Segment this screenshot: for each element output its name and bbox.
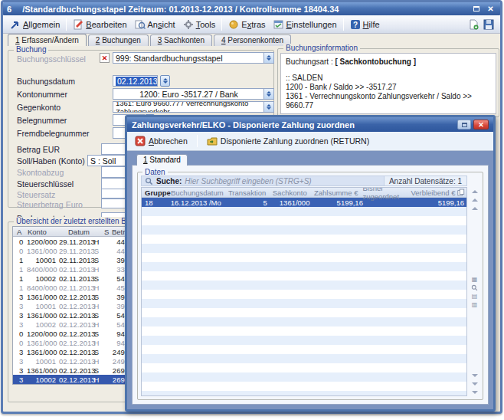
table-row[interactable]: 31000202.12.2013H2699 [13,375,129,384]
table-row[interactable]: 01361/00029.11.2013S446 [13,246,129,255]
columns-icon[interactable]: ▥ [469,300,480,309]
info-line [286,110,491,114]
table-row[interactable]: 31361/00002.12.2013S2499 [13,347,129,356]
save-icon[interactable] [483,19,494,30]
table-row-empty[interactable] [142,253,466,262]
table-row-empty[interactable] [142,225,466,235]
table-row[interactable]: 01361/00002.12.2013H944 [13,338,129,347]
tab-sachkonten[interactable]: 3 Sachkonten [150,34,212,46]
scroll-down-page-icon[interactable] [469,371,480,379]
table-row[interactable]: 11000202.11.2013S546 [13,274,129,283]
maximize-button[interactable] [470,5,482,14]
table-row-empty[interactable] [142,299,466,308]
table-row[interactable]: 31000202.12.2013H546 [13,320,129,329]
scroll-up-page-icon[interactable] [469,204,480,212]
dialog-tab-page: Daten Suche: Hier Suchbegriff eingeben (… [132,165,489,405]
table-row-empty[interactable] [142,308,466,317]
buchungsdatum-input[interactable]: 02.12.2013 [113,75,158,87]
menu-einstellungen[interactable]: Einstellungen [270,18,341,31]
new-document-icon[interactable] [468,19,479,30]
menu-ansicht[interactable]: Ansicht [131,18,179,31]
copy-icon[interactable] [457,189,465,196]
titlebar-text: /Standardbuchungsstapel Zeitraum: 01.201… [22,5,339,14]
table-row[interactable]: 31361/00002.12.2013S2699 [13,366,129,375]
table-row[interactable]: 31000102.12.2013H397 [13,301,129,310]
uebersicht-table-header[interactable]: A Konto Datum S Betrag € [13,227,129,237]
tab-erfassen-aendern[interactable]: 1 Erfassen/Ändern [8,34,87,46]
close-button[interactable]: ✕ [485,5,496,14]
table-row-empty[interactable] [142,326,466,336]
table-row-empty[interactable] [142,281,466,290]
kontonummer-combo[interactable]: 1200: Euro -3517.27 / Bank [113,88,274,100]
clear-button[interactable]: ✕ [100,53,110,63]
tab-buchungen[interactable]: 2 Buchungen [88,34,149,46]
dialog-restore-button[interactable] [457,120,471,130]
table-row-empty[interactable] [142,235,466,244]
buchungsschluessel-combo[interactable]: 999: Standardbuchungsstapel [113,52,274,64]
scroll-bottom-icon[interactable] [469,388,480,396]
fremdbelegnummer-label: Fremdbelegnummer [17,129,90,138]
zoom-icon[interactable] [469,284,480,292]
scroll-top-icon[interactable] [469,187,480,195]
edit-icon [73,19,83,30]
scroll-down-icon[interactable] [469,379,480,388]
table-row[interactable]: 11000102.11.2013S397 [13,255,129,264]
gegenkonto-combo[interactable]: 1361: Euro 9660.77 / Verrechnungskonto Z… [113,101,274,113]
table-row[interactable]: 18400/00002.11.2013H459 [13,283,129,292]
kontonummer-label: Kontonummer [17,90,67,99]
daten-group: Daten Suche: Hier Suchbegriff eingeben (… [137,172,483,400]
table-row[interactable]: 31361/00002.12.2013S546 [13,310,129,320]
betrag-label: Betrag EUR [17,145,60,154]
toolbar-separator [66,18,67,31]
table-row-empty[interactable] [142,207,466,216]
tab-personenkonten[interactable]: 4 Personenkonten [214,34,291,46]
cancel-button[interactable]: Abbrechen [131,134,191,148]
dialog-close-button[interactable]: ✕ [473,120,489,130]
main-toolbar: Allgemein Bearbeiten Ansicht Tools Extra… [3,15,500,34]
rows-icon[interactable]: ▤ [469,292,480,300]
menu-tools[interactable]: Tools [179,18,220,31]
table-row-empty[interactable] [142,363,466,372]
table-row[interactable]: 01200/00029.11.2013H446 [13,237,129,246]
table-row[interactable]: 01200/00002.12.2013S944 [13,329,129,338]
table-row[interactable]: 18400/00002.11.2013H334 [13,264,129,274]
table-row[interactable]: 31361/00002.12.2013S397 [13,292,129,301]
table-row-empty[interactable] [142,345,466,354]
arrow-icon [10,19,21,30]
table-row-empty[interactable] [142,382,466,391]
table-row-empty[interactable] [142,271,466,281]
table-row-empty[interactable] [142,244,466,253]
dialog-tab-standard[interactable]: 1 Standard [136,154,188,166]
updown-icon[interactable] [263,89,273,99]
menu-allgemein[interactable]: Allgemein [6,18,64,31]
toolbar-separator [197,135,198,147]
dialog-toolbar: Abbrechen Disponierte Zahlung zuordnen (… [127,132,493,151]
table-row-empty[interactable] [142,391,466,396]
dialog-title: Zahlungsverkehr/ELKO - Disponierte Zahlu… [132,120,355,130]
assign-payment-button[interactable]: Disponierte Zahlung zuordnen (RETURN) [203,134,373,148]
table-row-selected[interactable]: 18 16.12.2013 /Mo 5 1361/000 5199,16 519… [142,198,466,207]
extras-icon [228,19,239,30]
main-tabbar: 1 Erfassen/Ändern 2 Buchungen 3 Sachkont… [8,34,293,46]
buchungsinfo-group-label: Buchungsinformation [283,44,360,52]
menu-hilfe[interactable]: ? Hilfe [346,18,384,31]
updown-icon[interactable] [160,75,170,87]
scroll-up-icon[interactable] [469,195,480,204]
menu-bearbeiten[interactable]: Bearbeiten [69,18,130,31]
table-row-empty[interactable] [142,290,466,299]
grid-icon[interactable]: ▦ [469,275,480,284]
table-row-empty[interactable] [142,336,466,345]
menu-extras[interactable]: Extras [224,18,269,31]
table-side-toolbar: ▦ ▤ ▥ [469,187,480,396]
table-row-empty[interactable] [142,317,466,326]
help-icon: ? [350,19,361,30]
steuerschluessel-label: Steuerschlüssel [17,179,74,189]
table-row-empty[interactable] [142,216,466,225]
table-row-empty[interactable] [142,262,466,271]
updown-icon[interactable] [263,102,273,112]
table-row[interactable]: 31000102.12.2013H2499 [13,356,129,366]
updown-icon[interactable] [263,53,273,63]
dialog-table-header[interactable]: Gruppe Buchungsdatum Transaktion Sachkon… [142,188,466,198]
table-row-empty[interactable] [142,372,466,382]
table-row-empty[interactable] [142,354,466,363]
